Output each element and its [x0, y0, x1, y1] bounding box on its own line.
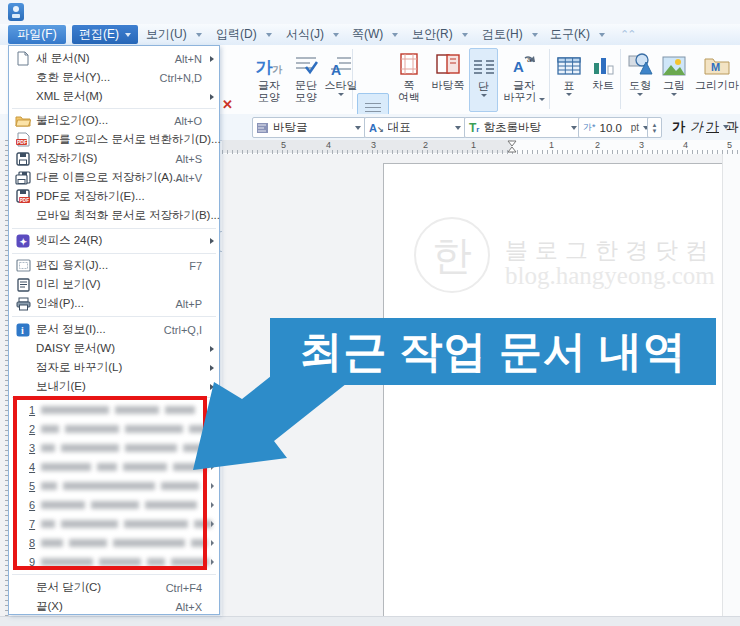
bold-button[interactable]: 가	[672, 117, 685, 136]
para-shape-label: 문단	[295, 79, 317, 91]
chevron-down-icon	[599, 33, 605, 37]
chart-label: 차트	[592, 79, 614, 91]
menu-item-open[interactable]: 불러오기(O)... Alt+O	[10, 111, 218, 130]
menu-page[interactable]: 쪽(W)	[352, 25, 398, 44]
menu-item-netffice24[interactable]: ✦ 넷피스 24(R)	[10, 231, 218, 250]
menu-item-compatible-document[interactable]: 호환 문서(Y)... Ctrl+N,D	[10, 68, 218, 87]
menu-item-print-preview[interactable]: 미리 보기(V)	[10, 275, 218, 294]
margin-marker-icon[interactable]	[506, 140, 518, 153]
menu-edit[interactable]: 편집(E)	[72, 25, 138, 44]
picture-icon	[662, 48, 686, 76]
columns-button[interactable]: 단	[469, 48, 498, 112]
menu-view[interactable]: 보기(U)	[146, 25, 202, 44]
submenu-arrow-icon	[211, 502, 214, 508]
font-size-stepper[interactable]: ▲▼	[647, 117, 662, 138]
menu-security-label: 보안(R)	[412, 26, 453, 43]
recent-documents-highlight-box	[13, 396, 207, 570]
toolbar-separator	[549, 49, 550, 109]
chevron-down-icon	[571, 126, 577, 130]
menu-item-new-document[interactable]: 새 문서(N) Alt+N	[10, 49, 218, 68]
para-shape-icon	[294, 48, 318, 76]
page-margins-button[interactable]: 쪽여백	[391, 48, 427, 110]
menu-format[interactable]: 서식(J)	[286, 25, 339, 44]
master-page-label: 바탕쪽	[432, 79, 465, 91]
chevron-down-icon	[196, 33, 202, 37]
menu-item-pdf-to-office[interactable]: PDF PDF를 오피스 문서로 변환하기(D)...	[10, 130, 218, 149]
status-strip	[0, 616, 740, 626]
menu-item-send[interactable]: 보내기(E)	[10, 377, 218, 396]
vertical-scrollbar[interactable]	[722, 154, 740, 616]
char-shape-icon: 가가	[256, 48, 283, 76]
menu-page-label: 쪽(W)	[352, 26, 383, 43]
para-shape-button[interactable]: 문단모양	[288, 48, 324, 110]
columns-icon	[473, 49, 495, 77]
menu-item-document-info[interactable]: i 문서 정보(I)... Ctrl+Q,I	[10, 320, 218, 339]
menu-item-exit[interactable]: 끝(X) Alt+X	[10, 597, 218, 616]
clipart-label: 그리기마	[695, 79, 739, 91]
hwp-window: 파일(F) 편집(E) 보기(U) 입력(D) 서식(J) 쪽(W) 보안(R)…	[0, 0, 740, 626]
ruler-number: 2	[423, 140, 428, 150]
font-size-combo[interactable]: 가* 10.0 pt	[578, 117, 654, 138]
underline-label: 가	[706, 118, 719, 136]
rep-combo[interactable]: A↘ 대표	[364, 117, 466, 138]
chevron-down-icon	[338, 93, 344, 96]
menu-item-xml-document[interactable]: XML 문서(M)	[10, 87, 218, 106]
print-preview-icon	[14, 277, 32, 293]
menu-edit-label: 편집(E)	[79, 26, 119, 43]
menu-item-save[interactable]: 저장하기(S) Alt+S	[10, 149, 218, 168]
menu-security[interactable]: 보안(R)	[412, 25, 468, 44]
menu-item-braille[interactable]: 점자로 바꾸기(L)	[10, 358, 218, 377]
menu-item-print[interactable]: 인쇄(P)... Alt+P	[10, 294, 218, 313]
info-icon: i	[14, 322, 32, 338]
font-combo[interactable]: Tr 함초롬바탕	[464, 117, 582, 138]
watermark-logo: 한	[414, 217, 490, 293]
menu-tools[interactable]: 도구(K)	[550, 25, 605, 44]
table-button[interactable]: 표	[553, 48, 585, 110]
menu-file[interactable]: 파일(F)	[8, 25, 66, 44]
chevron-down-icon	[455, 126, 461, 130]
menu-item-page-setup[interactable]: 편집 용지(J)... F7	[10, 256, 218, 275]
char-replace-button[interactable]: Aa 글자바꾸기	[501, 48, 547, 110]
watermark-text-url: blog.hangyeong.com	[505, 262, 715, 290]
menu-item-close-document[interactable]: 문서 닫기(C) Ctrl+F4	[10, 578, 218, 597]
italic-button[interactable]: 가	[690, 117, 703, 136]
menu-item-daisy-document[interactable]: DAISY 문서(W)	[10, 339, 218, 358]
menu-item-save-as-pdf[interactable]: PDF PDF로 저장하기(E)...	[10, 187, 218, 206]
ruler-number: 1	[549, 140, 554, 150]
char-color-button[interactable]: 과	[726, 117, 740, 136]
chevron-down-icon	[266, 33, 272, 37]
style-combo-icon	[257, 122, 269, 134]
shapes-button[interactable]: 도형	[624, 48, 656, 110]
chevron-down-icon	[462, 33, 468, 37]
char-shape-label: 글자	[258, 79, 280, 91]
svg-text:A: A	[513, 58, 524, 75]
collapse-ribbon-icon[interactable]: ⌃⌃	[620, 28, 634, 41]
menu-item-save-as[interactable]: 다른 이름으로 저장하기(A)... Alt+V	[10, 168, 218, 187]
master-page-button[interactable]: 바탕쪽	[428, 48, 468, 110]
menu-input-label: 입력(D)	[216, 26, 257, 43]
table-label: 표	[564, 79, 575, 91]
chevron-down-icon	[532, 33, 538, 37]
ruler-number: 1	[471, 140, 476, 150]
ruler-number: 4	[683, 140, 688, 150]
style-combo[interactable]: 바탕글	[252, 117, 366, 138]
char-color-label: 과	[726, 118, 739, 136]
menu-review[interactable]: 검토(H)	[482, 25, 538, 44]
clipart-button[interactable]: M 그리기마	[694, 48, 740, 110]
horizontal-ruler[interactable]: 5 4 3 2 1 1 2 3 4 5	[222, 140, 740, 155]
font-combo-icon: Tr	[469, 121, 479, 135]
char-replace-label: 글자	[513, 79, 535, 91]
menu-item-save-mobile[interactable]: 모바일 최적화 문서로 저장하기(B)...	[10, 206, 218, 225]
titlebar	[0, 0, 740, 24]
char-shape-button[interactable]: 가가 글자모양	[251, 48, 287, 110]
submenu-arrow-icon	[210, 94, 214, 100]
menu-separator	[12, 316, 216, 317]
picture-button[interactable]: 그림	[658, 48, 690, 110]
rep-combo-value: 대표	[388, 120, 451, 135]
ruler-number: 3	[371, 140, 376, 150]
style-button[interactable]: A 스타일	[323, 48, 359, 110]
menu-separator	[12, 108, 216, 109]
chart-button[interactable]: 차트	[587, 48, 619, 110]
menu-separator	[12, 228, 216, 229]
menu-input[interactable]: 입력(D)	[216, 25, 272, 44]
